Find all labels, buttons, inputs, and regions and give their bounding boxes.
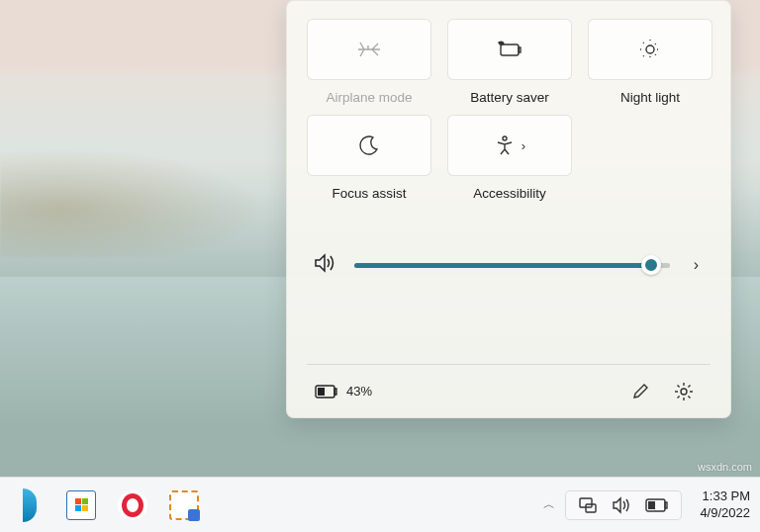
gear-icon bbox=[674, 382, 694, 401]
tile-airplane-mode[interactable] bbox=[307, 19, 431, 80]
svg-point-2 bbox=[646, 45, 654, 53]
taskbar-clock[interactable]: 1:33 PM 4/9/2022 bbox=[700, 488, 750, 521]
store-icon bbox=[66, 490, 96, 520]
tile-night-light-label: Night light bbox=[620, 90, 680, 105]
tray-network-volume-battery[interactable] bbox=[565, 490, 682, 520]
battery-percent-label: 43% bbox=[346, 384, 372, 399]
taskbar-opera[interactable] bbox=[113, 486, 152, 525]
battery-status[interactable]: 43% bbox=[315, 384, 372, 399]
volume-slider-thumb[interactable] bbox=[641, 255, 661, 275]
edit-quick-settings-button[interactable] bbox=[621, 373, 659, 410]
quick-settings-panel: Airplane mode Battery saver Night light … bbox=[286, 0, 731, 418]
battery-saver-icon bbox=[495, 40, 524, 59]
tile-focus-assist-wrap: Focus assist bbox=[307, 115, 431, 201]
svg-point-3 bbox=[503, 136, 507, 140]
svg-rect-5 bbox=[334, 389, 336, 395]
tile-focus-assist[interactable] bbox=[307, 115, 431, 176]
tray-volume-icon bbox=[612, 496, 631, 514]
volume-row: › bbox=[307, 250, 711, 280]
tile-accessibility-label: Accessibility bbox=[473, 186, 546, 201]
desktop-grass bbox=[0, 138, 297, 257]
accessibility-icon bbox=[494, 134, 516, 156]
tile-accessibility[interactable]: › bbox=[447, 115, 572, 176]
night-light-icon bbox=[638, 38, 662, 61]
tile-airplane-mode-label: Airplane mode bbox=[326, 90, 412, 105]
volume-icon[interactable] bbox=[313, 252, 336, 278]
svg-point-7 bbox=[681, 389, 687, 395]
edge-icon bbox=[23, 488, 37, 522]
svg-rect-6 bbox=[318, 388, 325, 396]
battery-icon bbox=[315, 385, 338, 399]
tile-battery-saver-wrap: Battery saver bbox=[447, 19, 572, 105]
tray-overflow-button[interactable]: ︿ bbox=[537, 490, 561, 519]
volume-flyout-button[interactable]: › bbox=[688, 250, 705, 280]
svg-rect-9 bbox=[586, 504, 596, 512]
tile-night-light-wrap: Night light bbox=[588, 19, 712, 105]
chevron-right-icon: › bbox=[522, 138, 525, 153]
taskbar-pinned-apps bbox=[10, 486, 204, 525]
moon-icon bbox=[358, 134, 380, 156]
volume-slider-fill bbox=[354, 263, 651, 268]
tile-night-light[interactable] bbox=[588, 19, 712, 80]
settings-button[interactable] bbox=[665, 373, 703, 410]
taskbar-store[interactable] bbox=[61, 486, 101, 525]
svg-rect-0 bbox=[501, 44, 519, 55]
clock-time: 1:33 PM bbox=[703, 488, 750, 504]
pencil-icon bbox=[631, 383, 649, 400]
tile-airplane-mode-wrap: Airplane mode bbox=[307, 19, 431, 105]
tile-battery-saver[interactable] bbox=[447, 19, 572, 80]
tile-accessibility-wrap: › Accessibility bbox=[447, 115, 572, 201]
system-tray: ︿ 1:33 PM 4/9/2022 bbox=[537, 488, 750, 521]
svg-rect-12 bbox=[648, 501, 655, 509]
snip-icon bbox=[169, 490, 199, 520]
airplane-icon bbox=[356, 39, 382, 60]
svg-rect-1 bbox=[519, 47, 521, 52]
taskbar-snipping-tool[interactable] bbox=[164, 486, 204, 525]
quick-settings-footer: 43% bbox=[307, 364, 711, 417]
clock-date: 4/9/2022 bbox=[700, 505, 750, 521]
tray-battery-icon bbox=[645, 498, 669, 512]
tile-focus-assist-label: Focus assist bbox=[332, 186, 406, 201]
tile-battery-saver-label: Battery saver bbox=[470, 90, 549, 105]
svg-rect-11 bbox=[665, 502, 667, 508]
taskbar: ︿ 1:33 PM 4/9/2022 bbox=[0, 477, 760, 532]
taskbar-edge[interactable] bbox=[10, 486, 49, 525]
volume-slider[interactable] bbox=[354, 263, 670, 268]
watermark: wsxdn.com bbox=[698, 461, 752, 473]
network-icon bbox=[578, 496, 598, 514]
opera-icon bbox=[118, 490, 147, 520]
quick-settings-tiles: Airplane mode Battery saver Night light … bbox=[307, 19, 711, 201]
